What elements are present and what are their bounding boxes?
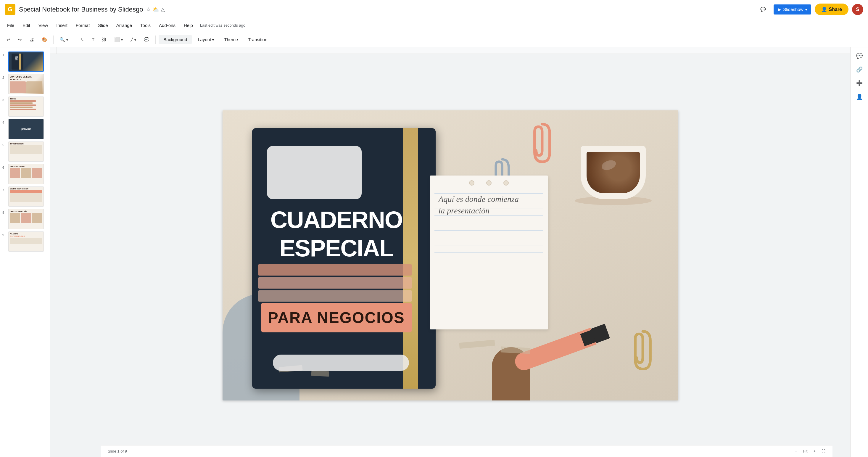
note-hole-1 [469,180,474,186]
transition-button[interactable]: Transition [244,35,271,44]
notebook-para-box: PARA NEGOCIOS [261,303,412,332]
slide-thumbnail-9[interactable]: 9 PALABRAS ASOMBROSAS [0,230,50,253]
slide-thumbnail-2[interactable]: 2 CONTENIDO DE ESTA PLANTILLA [0,73,50,95]
document-title[interactable]: Special Notebook for Business by Slidesg… [19,6,143,13]
paint-format-button[interactable]: 🎨 [39,35,50,44]
text-tool[interactable]: T [89,35,97,44]
coffee-cup-body [581,146,646,199]
slide-preview-5: INTRODUCCIÓN [8,142,44,162]
notebook-subtitle: PARA NEGOCIOS [267,309,406,327]
menu-help[interactable]: Help [180,21,196,30]
present-icon: ▶ [778,7,781,12]
slide-thumbnail-7[interactable]: 7 NOMBRE DE LA SECCIÓN [0,185,50,208]
chevron-down-icon[interactable] [805,7,807,12]
slide-num-3: 3 [2,98,6,102]
slide-num-2: 2 [2,76,6,79]
menu-format[interactable]: Format [72,21,94,30]
comment-icon: 💬 [760,7,766,12]
fullscreen-button[interactable]: ⛶ [819,448,828,455]
slide-preview-6: TRES COLUMNAS [8,164,44,184]
share-label: Share [829,7,842,12]
menu-insert[interactable]: Insert [53,21,71,30]
menu-slide[interactable]: Slide [94,21,111,30]
right-panel-plus-icon[interactable]: ➕ [854,78,865,89]
drive-icon[interactable]: △ [161,6,165,13]
slide-thumbnail-5[interactable]: 5 INTRODUCCIÓN [0,140,50,163]
note-line [434,230,544,231]
slide-thumbnail-6[interactable]: 6 TRES COLUMNAS [0,163,50,185]
slide-preview-8: ¡TRES COLUMNAS MÁS! [8,209,44,229]
zoom-chevron [66,37,68,42]
line-tool[interactable]: ╱ [128,35,139,44]
slide-num-5: 5 [2,143,6,147]
logo-letter: G [8,6,12,13]
title-bar-right: 💬 ▶ Slideshow 👤 Share S [756,4,863,15]
slide-canvas[interactable]: CUADERNO ESPECIAL PARA NEGOCIOS [222,111,678,400]
right-panel-comment-icon[interactable]: 💬 [854,50,865,62]
zoom-controls: − Fit + ⛶ [793,448,828,455]
cursor-tool[interactable]: ↖ [77,35,87,44]
stripe-3 [258,291,412,302]
notebook-stripes [258,264,412,303]
slide-thumbnail-1[interactable]: 1 CUADERNO [0,50,50,73]
comment-button[interactable]: 💬 [756,4,770,14]
menu-bar: File Edit View Insert Format Slide Arran… [0,19,868,32]
zoom-level[interactable]: Fit [801,448,810,455]
paperclip-3 [631,329,655,371]
slide-num-8: 8 [2,211,6,214]
right-panel-link-icon[interactable]: 🔗 [854,64,865,75]
background-button[interactable]: Background [159,35,192,44]
right-panel-person-icon[interactable]: 👤 [854,91,865,102]
layout-chevron [212,37,214,42]
shape-tool[interactable]: ⬜ [111,35,126,44]
bottom-bar: Slide 1 of 9 − Fit + ⛶ [101,445,833,457]
user-avatar[interactable]: S [852,4,863,15]
coffee-cup [572,122,655,205]
ruler-horizontal [50,48,850,54]
slide-num-4: 4 [2,121,6,124]
line-chevron [134,37,136,42]
notebook-oval [273,355,409,371]
comment-tool[interactable]: 💬 [141,35,152,44]
print-button[interactable]: 🖨 [27,35,37,44]
cloud-icon[interactable]: ⛅ [152,6,159,13]
stripe-2 [258,277,412,288]
star-icon[interactable]: ☆ [146,6,151,13]
slide-panel: 1 CUADERNO 2 CONTENIDO DE ESTA PLANTILLA [0,48,50,457]
undo-button[interactable]: ↩ [4,35,13,44]
coffee-highlight [600,158,617,172]
slide-canvas-wrapper[interactable]: CUADERNO ESPECIAL PARA NEGOCIOS [50,54,850,457]
share-icon: 👤 [821,6,827,12]
zoom-button[interactable]: 🔍 [57,35,71,44]
menu-edit[interactable]: Edit [19,21,34,30]
slide-count: Slide 1 of 9 [105,448,129,455]
zoom-minus-button[interactable]: − [793,448,800,455]
avatar-initial: S [856,6,859,12]
divider-1 [53,35,54,44]
slide-preview-1: CUADERNO [8,52,44,72]
paperclip-1 [530,122,554,164]
menu-file[interactable]: File [4,21,18,30]
coffee-liquid [587,152,640,193]
theme-button[interactable]: Theme [220,35,242,44]
slide-thumbnail-4[interactable]: 4 ¡GUAU! [0,118,50,140]
title-bar: G Special Notebook for Business by Slide… [0,0,868,19]
slide-preview-7: NOMBRE DE LA SECCIÓN [8,186,44,207]
slide-thumbnail-8[interactable]: 8 ¡TRES COLUMNAS MÁS! [0,208,50,230]
notebook-title-1: CUADERNO [261,208,412,232]
menu-tools[interactable]: Tools [137,21,154,30]
slide-num-7: 7 [2,188,6,192]
image-tool[interactable]: 🖼 [99,35,110,44]
note-text: Aquí es donde comienza la presentación [439,193,539,216]
shape-chevron [121,37,123,42]
slide-thumbnail-3[interactable]: 3 ÍNDICE [0,95,50,118]
share-button[interactable]: 👤 Share [815,4,848,15]
zoom-plus-button[interactable]: + [811,448,818,455]
layout-button[interactable]: Layout [193,35,218,44]
redo-button[interactable]: ↪ [15,35,25,44]
slideshow-button[interactable]: ▶ Slideshow [774,4,811,14]
menu-arrange[interactable]: Arrange [113,21,135,30]
notebook-white-rect [267,146,362,199]
menu-addons[interactable]: Add-ons [155,21,179,30]
menu-view[interactable]: View [35,21,52,30]
